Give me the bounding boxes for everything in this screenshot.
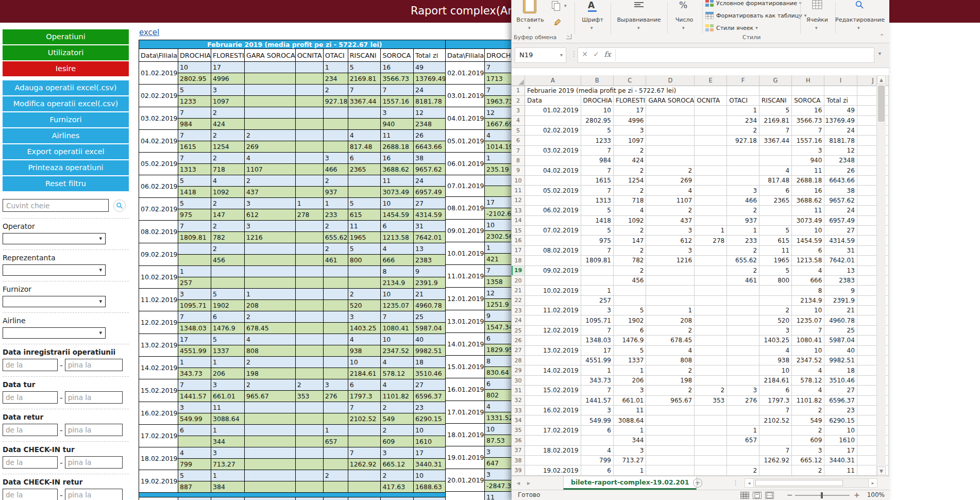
grid-cell[interactable]: 7 [792, 325, 824, 335]
vertical-scrollbar[interactable]: ▲ ▼ [876, 75, 886, 476]
grid-cell[interactable]: 1 [727, 106, 759, 115]
grid-cell[interactable]: 206 [613, 375, 646, 385]
grid-cell[interactable]: 1313 [581, 195, 613, 205]
row-header-8[interactable]: 8 [512, 156, 525, 165]
grid-cell[interactable] [759, 156, 792, 165]
grid-cell[interactable] [727, 375, 759, 385]
grid-cell[interactable] [646, 156, 695, 165]
zoom-in-icon[interactable]: + [854, 491, 860, 499]
grid-cell[interactable]: 1216 [646, 256, 695, 265]
grid-cell[interactable]: 10 [824, 425, 857, 435]
row-header-35[interactable]: 35 [512, 425, 525, 435]
column-header-f[interactable]: F [727, 75, 759, 86]
grid-cell[interactable] [759, 425, 792, 435]
grid-cell[interactable]: 665.12 [792, 455, 824, 465]
grid-cell[interactable]: 9 [824, 286, 857, 295]
grid-cell[interactable]: 353 [695, 395, 727, 405]
editing-group-label[interactable]: Редактирование [835, 16, 884, 23]
grid-cell[interactable]: 2 [613, 225, 646, 235]
scroll-right-icon[interactable]: ▸ [868, 479, 877, 487]
grid-cell[interactable]: 4 [792, 386, 824, 395]
paste-icon[interactable] [523, 0, 536, 13]
sidebar-button-reset-filtru[interactable]: Reset filtru [3, 176, 129, 191]
grid-cell[interactable]: 7 [581, 325, 613, 335]
grid-cell[interactable] [646, 455, 695, 465]
date-from-input-data-tur[interactable] [3, 391, 58, 404]
grid-cell[interactable]: 16 [792, 186, 824, 195]
grid-cell[interactable]: 11 [824, 465, 857, 475]
grid-cell[interactable] [727, 156, 759, 165]
grid-cell[interactable] [695, 295, 727, 305]
row-header-39[interactable]: 39 [512, 465, 525, 475]
grid-cell[interactable]: 02.02.2019 [525, 126, 581, 136]
grid-cell[interactable]: 07.02.2019 [525, 225, 581, 235]
grid-cell[interactable]: 19.02.2019 [525, 465, 581, 475]
grid-cell[interactable]: 520 [759, 315, 792, 325]
grid-cell[interactable] [525, 136, 581, 145]
grid-cell[interactable] [727, 336, 759, 345]
grid-cell[interactable]: 3088.64 [613, 415, 646, 425]
grid-cell[interactable]: 21 [824, 306, 857, 315]
grid-cell[interactable]: 3566.73 [792, 115, 824, 125]
grid-cell[interactable]: 11 [792, 165, 824, 175]
grid-cell[interactable]: 938 [759, 356, 792, 365]
grid-cell[interactable]: 1 [695, 225, 727, 235]
grid-cell[interactable]: 661.01 [613, 395, 646, 405]
date-from-input-data-check-in-retur[interactable] [3, 489, 58, 500]
grid-cell[interactable]: 7 [759, 445, 792, 455]
grid-cell[interactable] [646, 436, 695, 445]
grid-cell[interactable]: 817.48 [759, 176, 792, 186]
grid-cell[interactable] [646, 136, 695, 145]
grid-cell[interactable]: FLORESTI [613, 95, 646, 105]
scroll-up-icon[interactable]: ▲ [877, 75, 886, 84]
grid-cell[interactable]: 7 [581, 386, 613, 395]
row-header-29[interactable]: 29 [512, 365, 525, 375]
grid-cell[interactable] [695, 436, 727, 445]
grid-cell[interactable] [695, 345, 727, 355]
grid-cell[interactable]: 578.12 [792, 375, 824, 385]
grid-cell[interactable] [695, 265, 727, 275]
grid-cell[interactable] [695, 165, 727, 175]
grid-cell[interactable]: 276 [727, 395, 759, 405]
grid-cell[interactable] [727, 356, 759, 365]
grid-cell[interactable]: 2 [792, 465, 824, 475]
grid-cell[interactable]: 04.02.2019 [525, 165, 581, 175]
grid-cell[interactable]: 4 [613, 206, 646, 215]
grid-cell[interactable]: 278 [695, 236, 727, 245]
grid-cell[interactable]: 1476.9 [613, 336, 646, 345]
grid-cell[interactable]: 2347.52 [792, 356, 824, 365]
grid-cell[interactable]: 5 [759, 225, 792, 235]
grid-cell[interactable] [646, 126, 695, 136]
grid-cell[interactable]: 8 [792, 286, 824, 295]
grid-cell[interactable]: 808 [646, 356, 695, 365]
grid-cell[interactable] [646, 145, 695, 155]
grid-cell[interactable] [613, 295, 646, 305]
grid-cell[interactable]: 7 [792, 126, 824, 136]
grid-cell[interactable] [727, 455, 759, 465]
grid-cell[interactable]: 7 [759, 406, 792, 415]
row-header-9[interactable]: 9 [512, 165, 525, 175]
grid-cell[interactable]: 6957.49 [824, 215, 857, 225]
grid-cell[interactable]: 6290.15 [824, 415, 857, 425]
grid-cell[interactable]: 1610 [824, 436, 857, 445]
column-header-c[interactable]: C [613, 75, 646, 86]
row-header-12[interactable]: 12 [512, 195, 525, 205]
grid-cell[interactable]: 4 [792, 365, 824, 375]
row-header-21[interactable]: 21 [512, 286, 525, 295]
grid-cell[interactable] [727, 345, 759, 355]
row-header-5[interactable]: 5 [512, 126, 525, 136]
row-header-23[interactable]: 23 [512, 306, 525, 315]
grid-cell[interactable]: SOROCA [792, 95, 824, 105]
scroll-left-icon[interactable]: ◂ [745, 479, 754, 487]
grid-cell[interactable] [759, 436, 792, 445]
grid-cell[interactable]: 1107 [646, 195, 695, 205]
grid-cell[interactable]: 27 [824, 225, 857, 235]
grid-cell[interactable]: 233 [727, 236, 759, 245]
grid-cell[interactable]: 11 [759, 245, 792, 255]
grid-cell[interactable]: 10 [792, 306, 824, 315]
grid-cell[interactable]: 23 [824, 406, 857, 415]
grid-cell[interactable]: 3 [613, 126, 646, 136]
grid-cell[interactable]: 466 [727, 195, 759, 205]
grid-cell[interactable]: 38 [824, 186, 857, 195]
sidebar-button-utilizatori[interactable]: Utilizatori [3, 45, 129, 60]
